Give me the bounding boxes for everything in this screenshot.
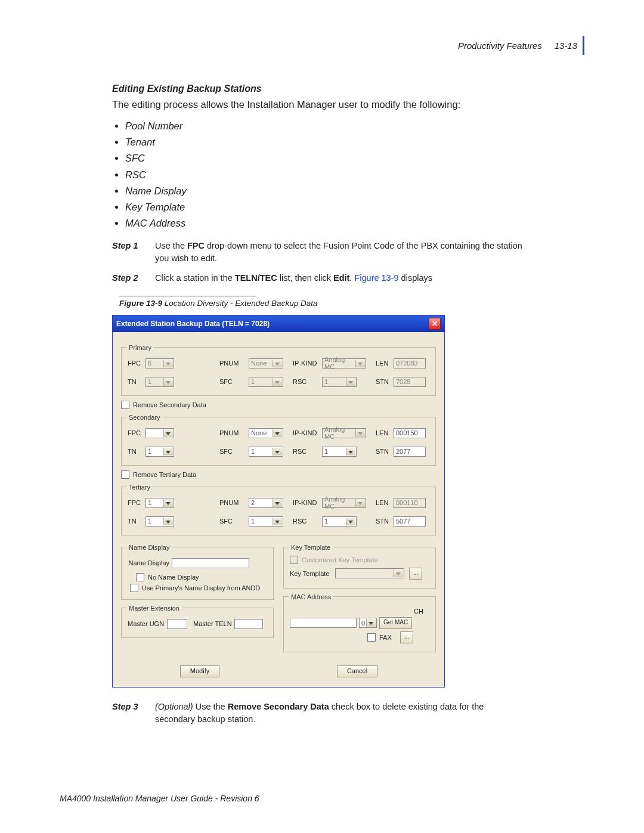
step-label: Step 3 bbox=[112, 701, 148, 726]
use-primary-name-checkbox[interactable]: Use Primary's Name Display from ANDD bbox=[130, 584, 260, 592]
mac-input[interactable] bbox=[290, 618, 357, 628]
rsc-dropdown[interactable]: 1 bbox=[322, 516, 357, 527]
group-master-ext: Master Extension Master UGN Master TELN bbox=[121, 605, 274, 638]
ipkind-dropdown: Analog MC bbox=[322, 358, 366, 368]
bullet-item: SFC bbox=[125, 150, 524, 166]
key-template-dropdown bbox=[335, 568, 404, 578]
legend-master: Master Extension bbox=[126, 605, 182, 612]
legend-key: Key Template bbox=[289, 544, 333, 551]
dialog-titlebar: Extended Station Backup Data (TELN = 702… bbox=[113, 315, 444, 332]
remove-tertiary-checkbox[interactable]: Remove Tertiary Data bbox=[121, 470, 196, 479]
section-title: Editing Existing Backup Stations bbox=[112, 83, 524, 94]
bullet-item: RSC bbox=[125, 167, 524, 183]
no-name-checkbox[interactable]: No Name Display bbox=[136, 573, 199, 581]
master-teln-input[interactable] bbox=[234, 619, 263, 629]
page-header: Productivity Features 13-13 bbox=[458, 41, 577, 51]
section-name: Productivity Features bbox=[458, 41, 542, 51]
legend-mac: MAC Address bbox=[289, 593, 333, 600]
dialog-title: Extended Station Backup Data (TELN = 702… bbox=[116, 320, 270, 328]
legend-name: Name Display bbox=[126, 544, 172, 551]
ipkind-dropdown: Analog MC bbox=[322, 498, 366, 508]
tn-dropdown[interactable]: 1 bbox=[145, 447, 174, 457]
step-label: Step 2 bbox=[112, 272, 148, 284]
intro-text: The editing process allows the Installat… bbox=[112, 98, 524, 112]
sfc-dropdown[interactable]: 1 bbox=[249, 447, 283, 457]
rsc-dropdown[interactable]: 1 bbox=[322, 447, 357, 457]
stn-field[interactable]: 5077 bbox=[394, 516, 426, 527]
bottom-row: Name Display Name Display No Name Displa… bbox=[121, 540, 436, 657]
bullet-item: Name Display bbox=[125, 183, 524, 199]
len-field: 072083 bbox=[394, 358, 426, 368]
stn-field: 7028 bbox=[394, 377, 426, 387]
key-template-browse-button[interactable]: ... bbox=[409, 568, 422, 580]
pnum-dropdown: None bbox=[249, 358, 283, 368]
page: Productivity Features 13-13 Editing Exis… bbox=[0, 0, 644, 833]
figure-link[interactable]: Figure 13-9 bbox=[354, 273, 398, 283]
fax-more-button[interactable]: ... bbox=[400, 631, 413, 643]
name-display-input[interactable] bbox=[172, 558, 249, 568]
ipkind-dropdown: Analog MC bbox=[322, 428, 366, 438]
stn-field[interactable]: 2077 bbox=[394, 447, 426, 457]
figure-rule bbox=[119, 296, 256, 296]
fpc-dropdown[interactable] bbox=[145, 428, 174, 438]
step-2: Step 2 Click a station in the TELN/TEC l… bbox=[112, 272, 524, 284]
group-key-template: Key Template Customized Key Template Key… bbox=[283, 544, 436, 589]
bullet-item: MAC Address bbox=[125, 215, 524, 231]
len-field: 000110 bbox=[394, 498, 426, 508]
bullet-list: Pool Number Tenant SFC RSC Name Display … bbox=[112, 118, 524, 232]
legend-primary: Primary bbox=[126, 344, 154, 351]
group-secondary: Secondary FPC TN1 PNUMNone SFC1 IP-KINDA… bbox=[121, 414, 436, 466]
fax-checkbox[interactable]: FAX bbox=[367, 633, 392, 642]
page-number: 13-13 bbox=[555, 41, 577, 51]
dialog-extended-backup: Extended Station Backup Data (TELN = 702… bbox=[112, 315, 445, 688]
step-text: Click a station in the TELN/TEC list, th… bbox=[155, 272, 432, 284]
bullet-item: Tenant bbox=[125, 134, 524, 150]
remove-secondary-checkbox[interactable]: Remove Secondary Data bbox=[121, 401, 206, 409]
group-mac: MAC Address CH 0 Get MAC FAX... bbox=[283, 593, 436, 652]
tn-dropdown[interactable]: 1 bbox=[145, 516, 174, 527]
legend-secondary: Secondary bbox=[126, 414, 163, 421]
cancel-button[interactable]: Cancel bbox=[337, 665, 377, 677]
pnum-dropdown[interactable]: 2 bbox=[249, 498, 283, 508]
rsc-dropdown: 1 bbox=[322, 377, 357, 387]
dialog-body: Primary FPC6 TN1 PNUMNone SFC1 IP-KINDAn… bbox=[113, 332, 444, 687]
content: Editing Existing Backup Stations The edi… bbox=[112, 83, 524, 285]
close-icon[interactable]: ✕ bbox=[429, 318, 441, 330]
figure-caption: Figure 13-9 Location Diversity - Extende… bbox=[119, 299, 584, 308]
len-field[interactable]: 000150 bbox=[394, 428, 426, 438]
step-text: (Optional) Use the Remove Secondary Data… bbox=[155, 701, 524, 726]
bullet-item: Key Template bbox=[125, 199, 524, 215]
fpc-dropdown: 6 bbox=[145, 358, 174, 368]
step-3: Step 3 (Optional) Use the Remove Seconda… bbox=[112, 701, 524, 726]
header-rule bbox=[583, 36, 584, 55]
dialog-buttons: Modify Cancel bbox=[121, 665, 436, 677]
step-1: Step 1 Use the FPC drop-down menu to sel… bbox=[112, 240, 524, 265]
step-text: Use the FPC drop-down menu to select the… bbox=[155, 240, 524, 265]
custom-key-checkbox: Customized Key Template bbox=[290, 556, 378, 564]
tn-dropdown: 1 bbox=[145, 377, 174, 387]
step-label: Step 1 bbox=[112, 240, 148, 265]
ch-dropdown[interactable]: 0 bbox=[359, 618, 377, 628]
fpc-dropdown[interactable]: 1 bbox=[145, 498, 174, 508]
get-mac-button[interactable]: Get MAC bbox=[379, 617, 412, 629]
page-footer: MA4000 Installation Manager User Guide -… bbox=[60, 794, 259, 803]
group-tertiary: Tertiary FPC1 TN1 PNUM2 SFC1 IP-KINDAnal… bbox=[121, 484, 436, 535]
group-primary: Primary FPC6 TN1 PNUMNone SFC1 IP-KINDAn… bbox=[121, 344, 436, 396]
modify-button[interactable]: Modify bbox=[180, 665, 219, 677]
legend-tertiary: Tertiary bbox=[126, 484, 153, 491]
sfc-dropdown: 1 bbox=[249, 377, 283, 387]
group-name-display: Name Display Name Display No Name Displa… bbox=[121, 544, 274, 600]
pnum-dropdown[interactable]: None bbox=[249, 428, 283, 438]
sfc-dropdown[interactable]: 1 bbox=[249, 516, 283, 527]
bullet-item: Pool Number bbox=[125, 118, 524, 134]
master-ugn-input[interactable] bbox=[167, 619, 187, 629]
step-3-block: Step 3 (Optional) Use the Remove Seconda… bbox=[112, 701, 524, 726]
